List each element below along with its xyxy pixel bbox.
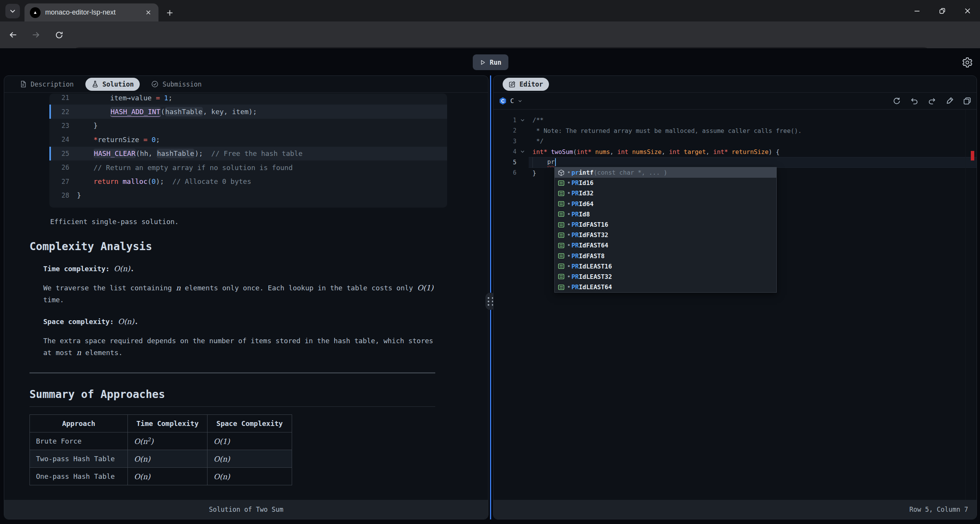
solution-note: Efficient single-pass solution. xyxy=(50,218,488,226)
restore-button[interactable] xyxy=(929,0,955,21)
editor-panel: Editor C C 1/**2 * Note: The re xyxy=(493,75,977,519)
text-snippet-icon xyxy=(558,211,567,218)
solution-code-block: 21 item→value = 1;22 HASH_ADD_INT(hashTa… xyxy=(49,93,447,208)
autocomplete-item[interactable]: •PRId32 xyxy=(555,188,776,198)
tab-solution-label: Solution xyxy=(103,80,134,88)
table-cell: O(n) xyxy=(207,468,292,485)
autocomplete-item[interactable]: •PRId16 xyxy=(555,178,776,188)
code-line: 25 HASH_CLEAR(hh, hashTable); // Free th… xyxy=(49,147,447,160)
play-icon xyxy=(480,59,486,66)
line-number: 25 xyxy=(49,150,69,157)
line-number: 26 xyxy=(49,164,69,171)
tab-description[interactable]: Description xyxy=(13,78,80,91)
fold-chevron-icon[interactable] xyxy=(516,118,529,123)
close-button[interactable] xyxy=(955,0,980,21)
text-snippet-icon xyxy=(558,242,567,249)
col-space-complexity: Space Complexity xyxy=(207,415,292,432)
text-snippet-icon xyxy=(558,284,567,291)
editor-line[interactable]: 2 * Note: The returned array must be mal… xyxy=(493,126,977,136)
editor-line[interactable]: 1/** xyxy=(493,115,977,126)
autocomplete-item[interactable]: •PRId64 xyxy=(555,199,776,209)
tab-close-icon[interactable] xyxy=(143,8,153,18)
tab-solution[interactable]: Solution xyxy=(85,78,140,91)
line-number: 22 xyxy=(49,108,69,116)
problem-panel: Description Solution Submission 21 item→… xyxy=(4,75,488,519)
reset-icon[interactable] xyxy=(892,97,901,105)
autocomplete-item[interactable]: •PRIdLEAST64 xyxy=(555,282,776,292)
browser-window: monaco-editor-lsp-next xyxy=(0,0,980,524)
table-row: One-pass Hash TableO(n)O(n) xyxy=(30,468,292,485)
table-row: Two-pass Hash TableO(n)O(n) xyxy=(30,450,292,468)
format-brush-icon[interactable] xyxy=(945,97,954,105)
editor-line[interactable]: 5 pr xyxy=(493,157,977,168)
table-cell: Two-pass Hash Table xyxy=(30,450,128,468)
language-selector[interactable]: C C xyxy=(499,97,523,105)
redo-icon[interactable] xyxy=(928,97,936,105)
editor-line[interactable]: 3 */ xyxy=(493,136,977,147)
tab-submission[interactable]: Submission xyxy=(145,78,207,91)
playground-app: Run Description Solution Submission xyxy=(0,48,980,524)
editor-line[interactable]: 4int* twoSum(int* nums, int numsSize, in… xyxy=(493,147,977,157)
error-marker xyxy=(971,151,974,160)
run-button[interactable]: Run xyxy=(473,54,508,70)
autocomplete-item[interactable]: •PRIdFAST16 xyxy=(555,219,776,230)
line-number: 28 xyxy=(49,192,69,199)
run-label: Run xyxy=(490,59,501,66)
text-snippet-icon xyxy=(558,263,567,270)
table-cell: O(n) xyxy=(128,468,207,485)
tab-search-button[interactable] xyxy=(5,4,20,18)
autocomplete-item[interactable]: •PRIdLEAST16 xyxy=(555,261,776,272)
language-label: C xyxy=(510,97,514,105)
autocomplete-item[interactable]: •PRIdFAST8 xyxy=(555,251,776,261)
autocomplete-item[interactable]: •PRIdLEAST32 xyxy=(555,272,776,282)
line-number: 3 xyxy=(493,138,516,145)
complexity-paragraph: We traverse the list containing n elemen… xyxy=(43,282,438,306)
table-cell: O(n) xyxy=(207,450,292,468)
text-snippet-icon xyxy=(558,232,567,239)
pencil-icon xyxy=(509,81,516,88)
forward-button[interactable] xyxy=(26,25,46,45)
table-cell: O(n) xyxy=(128,450,207,468)
table-header-row: Approach Time Complexity Space Complexit… xyxy=(30,415,292,432)
section-divider xyxy=(29,372,435,373)
solution-content[interactable]: 21 item→value = 1;22 HASH_ADD_INT(hashTa… xyxy=(4,93,488,501)
document-icon xyxy=(20,80,27,88)
code-line: 23 } xyxy=(49,119,447,133)
autocomplete-item[interactable]: •PRId8 xyxy=(555,209,776,219)
code-editor[interactable]: 1/**2 * Note: The returned array must be… xyxy=(493,110,977,501)
code-line: 21 item→value = 1; xyxy=(49,93,447,105)
minimize-button[interactable] xyxy=(904,0,929,21)
vercel-favicon xyxy=(30,7,41,18)
text-snippet-icon xyxy=(558,180,567,187)
back-button[interactable] xyxy=(3,25,23,45)
fold-chevron-icon[interactable] xyxy=(516,149,529,154)
cursor-position-label: Row 5, Column 7 xyxy=(909,506,968,513)
col-time-complexity: Time Complexity xyxy=(128,415,207,432)
tab-editor[interactable]: Editor xyxy=(503,78,549,91)
line-number: 2 xyxy=(493,127,516,134)
line-number: 4 xyxy=(493,148,516,155)
c-language-icon: C xyxy=(499,97,507,105)
code-line: 24 *returnSize = 0; xyxy=(49,133,447,146)
autocomplete-item[interactable]: •PRIdFAST32 xyxy=(555,230,776,240)
table-cell: O(n2) xyxy=(128,432,207,450)
settings-gear-icon[interactable] xyxy=(961,56,974,69)
table-cell: One-pass Hash Table xyxy=(30,468,128,485)
text-cursor xyxy=(555,158,556,166)
summary-heading: Summary of Approaches xyxy=(29,388,435,407)
new-tab-button[interactable] xyxy=(162,5,177,20)
autocomplete-item[interactable]: •printf(const char *, ... ) xyxy=(555,167,776,178)
panel-resize-divider[interactable] xyxy=(490,75,491,519)
function-icon xyxy=(558,169,567,176)
copy-icon[interactable] xyxy=(963,97,971,105)
reload-button[interactable] xyxy=(49,25,69,45)
text-snippet-icon xyxy=(558,221,567,228)
undo-icon[interactable] xyxy=(910,97,918,105)
table-cell: O(1) xyxy=(207,432,292,450)
tab-editor-label: Editor xyxy=(519,80,543,88)
table-row: Brute ForceO(n2)O(1) xyxy=(30,432,292,450)
autocomplete-item[interactable]: •PRIdFAST64 xyxy=(555,240,776,251)
svg-text:C: C xyxy=(501,98,505,104)
browser-tab[interactable]: monaco-editor-lsp-next xyxy=(24,3,158,21)
line-number: 23 xyxy=(49,122,69,129)
